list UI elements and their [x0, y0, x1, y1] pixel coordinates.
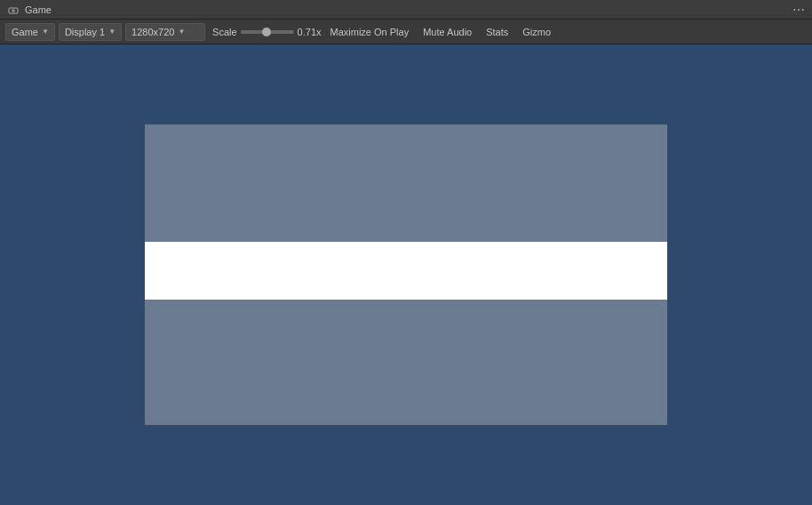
- title-bar: Game ⋯: [0, 0, 812, 20]
- resolution-dropdown[interactable]: 1280x720 ▼: [125, 23, 205, 41]
- display-dropdown-arrow: ▼: [108, 28, 115, 36]
- scale-thumb[interactable]: [262, 28, 271, 36]
- canvas-white-stripe: [144, 242, 668, 300]
- game-canvas: [144, 124, 668, 426]
- stats-button[interactable]: Stats: [481, 23, 513, 41]
- game-canvas-wrapper: [144, 124, 668, 426]
- resolution-dropdown-arrow: ▼: [178, 28, 185, 36]
- game-dropdown-arrow: ▼: [42, 28, 49, 36]
- scale-label: Scale: [212, 27, 237, 37]
- scale-value: 0.71x: [298, 27, 322, 37]
- mute-audio-button[interactable]: Mute Audio: [418, 23, 477, 41]
- maximize-on-play-button[interactable]: Maximize On Play: [325, 23, 415, 41]
- toolbar: Game ▼ Display 1 ▼ 1280x720 ▼ Scale 0.71…: [0, 20, 812, 44]
- tab-title: Game: [25, 4, 52, 15]
- display-dropdown-label: Display 1: [65, 27, 105, 37]
- canvas-top-section: [144, 124, 668, 242]
- scale-slider[interactable]: [241, 30, 294, 34]
- resolution-label: 1280x720: [131, 27, 174, 37]
- canvas-bottom-section: [144, 300, 668, 426]
- gizmos-button[interactable]: Gizmo: [517, 23, 556, 41]
- more-options-button[interactable]: ⋯: [792, 3, 805, 17]
- game-view: [0, 44, 812, 505]
- scale-section: Scale 0.71x: [212, 27, 321, 37]
- game-dropdown-label: Game: [12, 27, 38, 37]
- display-dropdown[interactable]: Display 1 ▼: [59, 23, 122, 41]
- game-tab-icon: [7, 4, 20, 16]
- game-dropdown[interactable]: Game ▼: [5, 23, 55, 41]
